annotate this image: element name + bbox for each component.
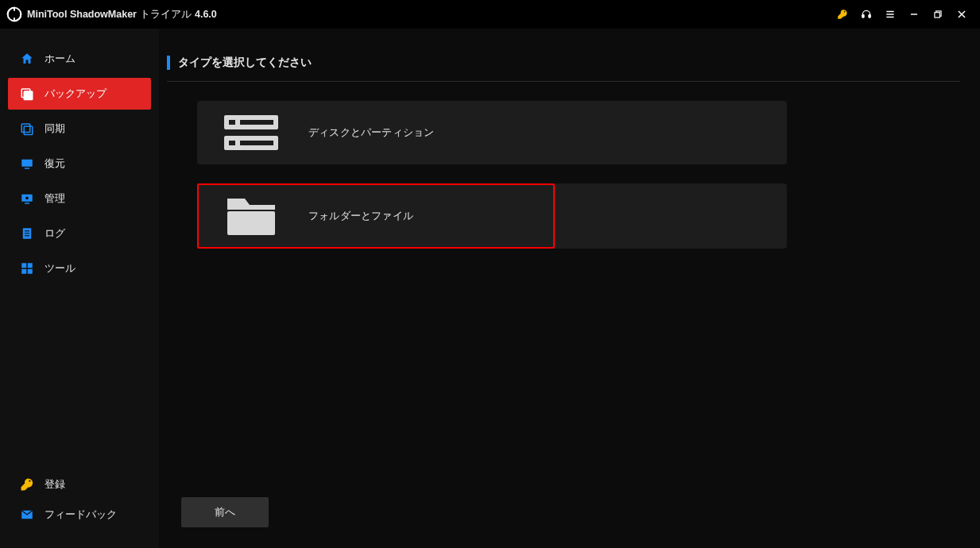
svg-rect-33 xyxy=(227,211,275,235)
svg-rect-15 xyxy=(25,168,29,169)
restore-icon xyxy=(19,156,35,172)
svg-rect-11 xyxy=(24,91,33,100)
svg-rect-7 xyxy=(935,13,939,17)
sidebar-item-label: ツール xyxy=(45,261,76,276)
svg-rect-25 xyxy=(21,269,26,274)
svg-rect-12 xyxy=(21,124,30,133)
option-folder-file-row[interactable]: フォルダーとファイル xyxy=(197,183,787,249)
sidebar-item-label: ホーム xyxy=(45,52,76,66)
option-folder-file[interactable]: フォルダーとファイル xyxy=(197,183,555,249)
app-edition: トライアル xyxy=(140,8,192,21)
sidebar-item-label: バックアップ xyxy=(45,87,107,101)
app-name: MiniTool ShadowMaker xyxy=(27,9,137,20)
svg-rect-17 xyxy=(25,203,29,204)
page-title: タイプを選択してください xyxy=(178,56,312,70)
svg-rect-26 xyxy=(28,269,33,274)
main-pane: タイプを選択してください ディスクとパーティション xyxy=(159,29,980,548)
maximize-icon[interactable] xyxy=(926,2,950,26)
sidebar-item-backup[interactable]: バックアップ xyxy=(8,78,151,110)
home-icon xyxy=(19,51,35,67)
sidebar: ホーム バックアップ 同期 復元 xyxy=(0,29,159,548)
svg-rect-29 xyxy=(240,120,273,125)
sidebar-item-home[interactable]: ホーム xyxy=(8,43,151,75)
sidebar-item-feedback[interactable]: フィードバック xyxy=(8,500,151,529)
svg-point-18 xyxy=(25,196,29,199)
svg-rect-20 xyxy=(25,230,29,231)
sidebar-item-register[interactable]: 登録 xyxy=(8,470,151,499)
sidebar-item-tools[interactable]: ツール xyxy=(8,253,151,284)
svg-rect-31 xyxy=(229,141,235,145)
svg-rect-1 xyxy=(869,15,870,17)
svg-rect-32 xyxy=(240,141,273,145)
menu-icon[interactable] xyxy=(878,2,902,26)
tools-icon xyxy=(19,260,35,276)
svg-rect-23 xyxy=(21,263,26,268)
option-label: ディスクとパーティション xyxy=(308,125,434,140)
back-button[interactable]: 前へ xyxy=(181,497,269,527)
sidebar-item-restore[interactable]: 復元 xyxy=(8,148,151,179)
sidebar-item-label: 同期 xyxy=(45,122,65,136)
app-logo-icon xyxy=(6,6,22,22)
key-icon xyxy=(19,477,35,492)
disk-partition-icon xyxy=(223,109,280,156)
sidebar-item-sync[interactable]: 同期 xyxy=(8,113,151,145)
minimize-icon[interactable] xyxy=(902,2,926,26)
folder-icon xyxy=(223,192,280,240)
svg-rect-24 xyxy=(28,263,33,268)
svg-rect-14 xyxy=(21,160,33,167)
option-label: フォルダーとファイル xyxy=(308,209,413,223)
svg-rect-22 xyxy=(25,235,29,236)
headset-icon[interactable] xyxy=(854,2,878,26)
mail-icon xyxy=(19,507,35,523)
manage-icon xyxy=(19,191,35,206)
sidebar-item-log[interactable]: ログ xyxy=(8,218,151,249)
sidebar-item-label: 復元 xyxy=(45,156,65,171)
titlebar: MiniTool ShadowMaker トライアル 4.6.0 xyxy=(0,0,980,29)
license-key-icon[interactable] xyxy=(831,2,854,26)
sidebar-item-label: 登録 xyxy=(45,477,65,492)
page-heading: タイプを選択してください xyxy=(167,56,960,82)
sidebar-item-manage[interactable]: 管理 xyxy=(8,183,151,214)
close-icon[interactable] xyxy=(950,2,974,26)
sync-icon xyxy=(19,121,35,137)
svg-rect-0 xyxy=(862,15,864,17)
svg-rect-13 xyxy=(24,126,33,135)
app-version: 4.6.0 xyxy=(195,9,217,20)
heading-accent-bar xyxy=(167,56,170,70)
svg-rect-21 xyxy=(25,233,29,233)
sidebar-item-label: フィードバック xyxy=(45,507,117,522)
svg-rect-28 xyxy=(229,120,235,125)
sidebar-item-label: ログ xyxy=(45,226,65,241)
sidebar-item-label: 管理 xyxy=(45,191,65,206)
backup-icon xyxy=(19,86,35,102)
log-icon xyxy=(19,226,35,241)
option-disk-partition[interactable]: ディスクとパーティション xyxy=(197,101,787,164)
